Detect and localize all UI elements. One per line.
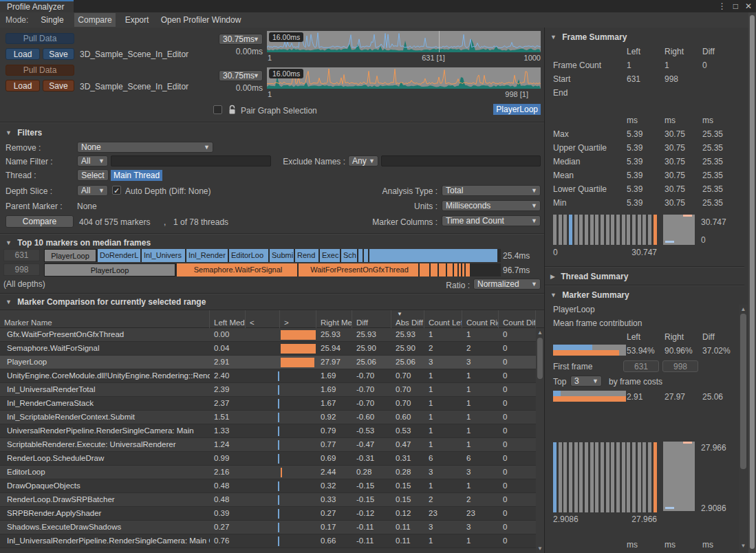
- exclude-mode-dropdown[interactable]: Any▼: [348, 155, 378, 166]
- thread-select-button[interactable]: Select: [77, 169, 109, 181]
- table-row[interactable]: DrawOpaqueObjects0.480.32-0.150.15110: [0, 479, 544, 493]
- scroll-up-icon[interactable]: ▲: [739, 306, 748, 312]
- table-row[interactable]: SRPBRender.ApplyShader0.390.27-0.120.122…: [0, 507, 544, 521]
- analysis-type-dropdown[interactable]: Total▼: [442, 185, 541, 196]
- top10-segment-x[interactable]: [420, 263, 429, 276]
- top10-segment-x[interactable]: [447, 263, 453, 276]
- table-row[interactable]: Inl_UniversalRenderPipeline.RenderSingle…: [0, 534, 544, 548]
- open-profiler-window-button[interactable]: Open Profiler Window: [157, 13, 245, 27]
- table-row[interactable]: ScriptableRenderer.Execute: UniversalRen…: [0, 438, 544, 452]
- frame-summary-header[interactable]: ▼ Frame Summary: [550, 32, 627, 42]
- top10-segment-rend[interactable]: Rend: [295, 249, 318, 262]
- table-row[interactable]: Inl_RenderCameraStack2.371.67-0.700.7011…: [0, 397, 544, 411]
- column-header-count-left[interactable]: Count Left: [424, 310, 462, 329]
- top10-bar-left[interactable]: PlayerLoopDoRenderLInl_UniversInl_Render…: [44, 249, 501, 262]
- window-scrollbar[interactable]: [748, 12, 756, 553]
- top10-segment-x[interactable]: [466, 263, 470, 276]
- load-right-button[interactable]: Load: [6, 80, 40, 91]
- table-row[interactable]: Gfx.WaitForPresentOnGfxThread0.0025.9325…: [0, 328, 544, 342]
- table-row[interactable]: Inl_UniversalRenderTotal2.391.69-0.700.7…: [0, 383, 544, 397]
- table-row[interactable]: RenderLoop.ScheduleDraw0.990.69-0.310.31…: [0, 452, 544, 466]
- scroll-up-icon[interactable]: ▲: [536, 329, 544, 336]
- column-header-right-median[interactable]: Right Median: [316, 310, 352, 329]
- mode-single-button[interactable]: Single: [33, 13, 72, 27]
- top10-segment-editorloo[interactable]: EditorLoo: [229, 249, 268, 262]
- table-row[interactable]: Semaphore.WaitForSignal0.0425.9425.9025.…: [0, 342, 544, 356]
- top10-segment-x[interactable]: [369, 249, 497, 262]
- left-range-dropdown[interactable]: 30.75ms▼: [219, 34, 263, 45]
- thread-summary-header[interactable]: ▶ Thread Summary: [550, 272, 628, 281]
- column-header-blank[interactable]: >: [280, 310, 316, 329]
- table-row[interactable]: RenderLoop.DrawSRPBatcher0.480.33-0.150.…: [0, 493, 544, 507]
- marker-columns-dropdown[interactable]: Time and Count▼: [442, 215, 541, 226]
- column-header-left-median[interactable]: Left Median: [210, 310, 246, 329]
- top10-segment-x[interactable]: [364, 249, 368, 262]
- scroll-down-icon[interactable]: ▼: [739, 543, 748, 549]
- column-header-abs-diff[interactable]: Abs Diff▼: [391, 310, 424, 329]
- scroll-down-icon[interactable]: ▼: [536, 545, 544, 552]
- export-button[interactable]: Export: [120, 13, 154, 27]
- top10-segment-waitforpresentongfxthread[interactable]: WaitForPresentOnGfxThread: [299, 263, 418, 276]
- table-row[interactable]: EditorLoop2.162.440.280.28330: [0, 466, 544, 479]
- pull-data-left-button[interactable]: Pull Data: [6, 33, 74, 44]
- lock-open-icon[interactable]: [228, 105, 237, 115]
- table-row[interactable]: UnityEngine.CoreModule.dll!UnityEngine.R…: [0, 369, 544, 383]
- top10-bar-right[interactable]: PlayerLoopSemaphore.WaitForSignalWaitFor…: [44, 263, 501, 276]
- column-header-count-diff[interactable]: Count Diff: [499, 310, 536, 329]
- compare-button[interactable]: Compare: [6, 215, 74, 228]
- name-filter-input[interactable]: [111, 155, 271, 166]
- save-right-button[interactable]: Save: [43, 80, 74, 91]
- pair-graph-checkbox[interactable]: [213, 105, 222, 114]
- column-header-diff[interactable]: Diff: [352, 310, 391, 329]
- top10-segment-exec[interactable]: Exec: [320, 249, 340, 262]
- filters-header[interactable]: ▼ Filters: [6, 128, 42, 138]
- maximize-icon[interactable]: □: [733, 0, 738, 12]
- frame-button-631[interactable]: 631: [3, 249, 40, 261]
- table-scrollbar-thumb[interactable]: [537, 338, 543, 379]
- remove-dropdown[interactable]: None▼: [77, 142, 213, 153]
- table-scrollbar[interactable]: ▲ ▼: [536, 328, 544, 553]
- column-header-marker-name[interactable]: Marker Name: [0, 310, 210, 329]
- top10-segment-submi[interactable]: Submi: [270, 249, 294, 262]
- top10-segment-x[interactable]: [358, 249, 363, 262]
- table-row[interactable]: PlayerLoop2.9127.9725.0625.06330: [0, 356, 544, 369]
- table-row[interactable]: Shadows.ExecuteDrawShadows0.270.17-0.110…: [0, 521, 544, 534]
- frame-button-998[interactable]: 998: [3, 263, 40, 276]
- top10-segment-x[interactable]: [439, 263, 446, 276]
- first-frame-left-button[interactable]: 631: [623, 360, 659, 372]
- auto-depth-checkbox[interactable]: ✓: [112, 186, 121, 195]
- mode-compare-button[interactable]: Compare: [74, 13, 116, 27]
- ratio-dropdown[interactable]: Normalized▼: [473, 279, 541, 290]
- close-icon[interactable]: ✕: [745, 0, 752, 12]
- tab-profile-analyzer[interactable]: Profile Analyzer: [0, 0, 74, 13]
- top-n-dropdown[interactable]: 3▼: [570, 376, 602, 387]
- column-header-blank[interactable]: <: [246, 310, 280, 329]
- top10-segment-x[interactable]: [459, 263, 461, 276]
- top10-segment-inl-univers[interactable]: Inl_Univers: [142, 249, 185, 262]
- marker-summary-header[interactable]: ▼ Marker Summary: [550, 290, 629, 300]
- table-row[interactable]: UniversalRenderPipeline.RenderSingleCame…: [0, 424, 544, 438]
- top10-segment-sch[interactable]: Sch: [341, 249, 357, 262]
- top10-segment-x[interactable]: [431, 263, 438, 276]
- name-filter-mode-dropdown[interactable]: All▼: [77, 155, 108, 166]
- top10-segment-inl-render[interactable]: Inl_Render: [186, 249, 228, 262]
- right-range-dropdown[interactable]: 30.75ms▼: [219, 70, 263, 81]
- menu-kebab-icon[interactable]: ⋮: [718, 0, 726, 12]
- units-dropdown[interactable]: Milliseconds▼: [442, 200, 541, 211]
- pull-data-right-button[interactable]: Pull Data: [6, 65, 74, 76]
- column-header-count-right[interactable]: Count Right: [462, 310, 499, 329]
- frame-time-histogram[interactable]: [553, 215, 657, 245]
- top10-segment-x[interactable]: [462, 263, 464, 276]
- table-row[interactable]: Inl_ScriptableRenderContext.Submit1.510.…: [0, 411, 544, 424]
- comparison-header[interactable]: ▼ Marker Comparison for currently select…: [6, 297, 206, 307]
- marker-summary-scrollbar-thumb[interactable]: [740, 314, 746, 469]
- top10-segment-playerloop[interactable]: PlayerLoop: [44, 249, 96, 262]
- load-left-button[interactable]: Load: [6, 48, 40, 60]
- exclude-names-input[interactable]: [381, 155, 541, 166]
- marker-time-histogram[interactable]: [553, 442, 657, 512]
- selected-marker-chip[interactable]: PlayerLoop: [493, 104, 541, 115]
- top10-segment-dorenderl[interactable]: DoRenderL: [98, 249, 140, 262]
- right-frame-graph[interactable]: 16.00ms: [267, 67, 541, 89]
- top10-segment-semaphore-waitforsignal[interactable]: Semaphore.WaitForSignal: [177, 263, 297, 276]
- window-scrollbar-thumb[interactable]: [750, 15, 755, 549]
